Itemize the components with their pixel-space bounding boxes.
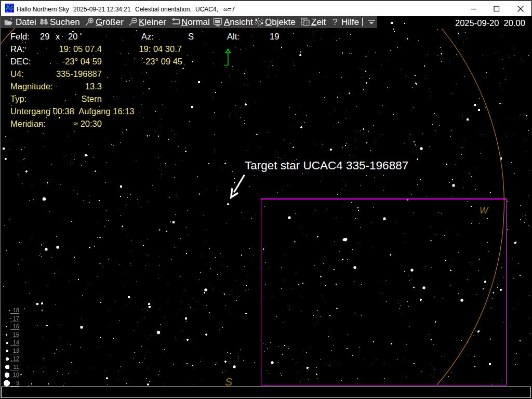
svg-text:7: 7 — [305, 21, 308, 26]
